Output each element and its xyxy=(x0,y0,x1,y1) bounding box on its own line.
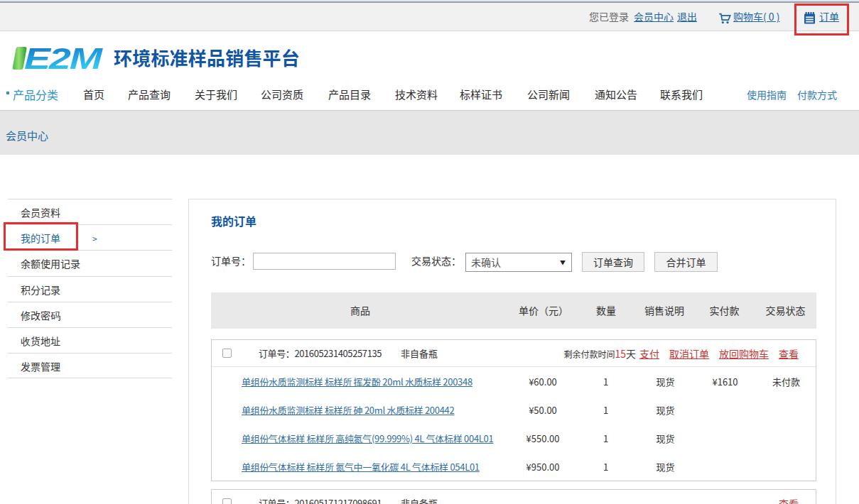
svg-text:E2M: E2M xyxy=(24,44,103,72)
